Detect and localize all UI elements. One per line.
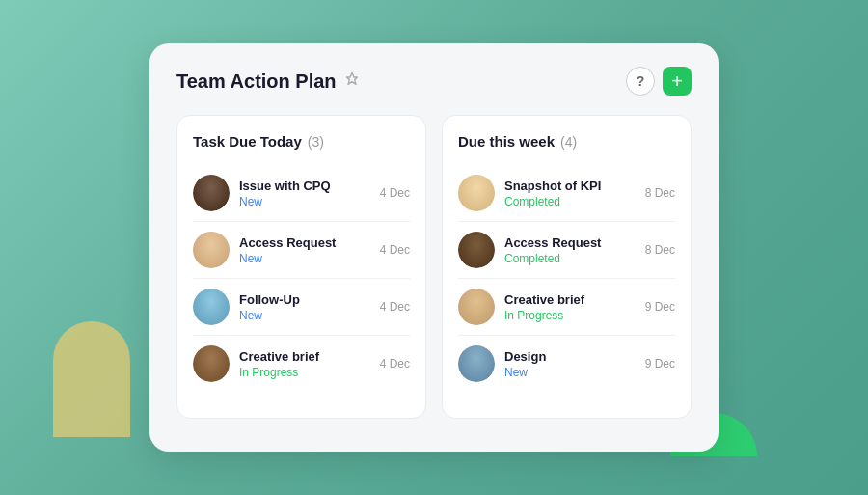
deco-m-shape xyxy=(53,321,130,437)
task-status: New xyxy=(504,366,636,379)
task-info: Follow-Up New xyxy=(239,292,370,322)
task-status: Completed xyxy=(504,195,636,208)
table-row: Access Request Completed 8 Dec xyxy=(458,222,675,279)
avatar xyxy=(458,345,495,382)
task-date: 4 Dec xyxy=(380,300,410,314)
card-header-right: ? + xyxy=(626,67,692,96)
help-button[interactable]: ? xyxy=(626,67,655,96)
add-button[interactable]: + xyxy=(663,67,692,96)
column-title-week: Due this week xyxy=(458,133,555,150)
task-info: Design New xyxy=(504,349,636,379)
avatar xyxy=(193,289,230,325)
card-title: Team Action Plan xyxy=(176,70,337,93)
task-status: In Progress xyxy=(239,366,370,379)
task-date: 8 Dec xyxy=(645,186,675,200)
task-list-week: Snapshot of KPI Completed 8 Dec Access R… xyxy=(458,165,675,392)
column-week: Due this week (4) Snapshot of KPI Comple… xyxy=(442,115,692,419)
task-date: 4 Dec xyxy=(380,357,410,371)
task-info: Creative brief In Progress xyxy=(239,349,370,379)
task-list-today: Issue with CPQ New 4 Dec Access Request … xyxy=(193,165,410,392)
table-row: Access Request New 4 Dec xyxy=(193,222,410,279)
task-name: Design xyxy=(504,349,636,364)
task-date: 4 Dec xyxy=(380,186,410,200)
task-info: Access Request New xyxy=(239,235,370,265)
task-date: 9 Dec xyxy=(645,300,675,314)
table-row: Snapshot of KPI Completed 8 Dec xyxy=(458,165,675,222)
task-info: Snapshot of KPI Completed xyxy=(504,179,636,208)
task-name: Access Request xyxy=(504,235,636,250)
avatar xyxy=(458,175,495,211)
avatar xyxy=(458,232,495,268)
task-status: Completed xyxy=(504,252,636,265)
column-header-week: Due this week (4) xyxy=(458,133,675,150)
avatar xyxy=(193,232,230,268)
avatar xyxy=(193,175,230,211)
table-row: Design New 9 Dec xyxy=(458,336,675,392)
task-info: Issue with CPQ New xyxy=(239,179,370,208)
column-count-week: (4) xyxy=(560,134,577,150)
column-title-today: Task Due Today xyxy=(193,133,302,150)
task-date: 4 Dec xyxy=(380,243,410,257)
pin-icon[interactable] xyxy=(344,71,360,91)
column-header-today: Task Due Today (3) xyxy=(193,133,410,150)
task-status: New xyxy=(239,252,370,265)
main-card: Team Action Plan ? + Task Due Today (3) xyxy=(149,43,719,452)
task-status: New xyxy=(239,195,370,208)
task-name: Snapshot of KPI xyxy=(504,179,636,193)
column-count-today: (3) xyxy=(308,134,324,150)
task-status: New xyxy=(239,309,370,322)
columns-container: Task Due Today (3) Issue with CPQ New 4 … xyxy=(176,115,692,419)
card-header-left: Team Action Plan xyxy=(176,70,360,93)
table-row: Creative brief In Progress 9 Dec xyxy=(458,279,675,336)
task-name: Creative brief xyxy=(239,349,370,364)
task-date: 8 Dec xyxy=(645,243,675,257)
avatar xyxy=(193,345,230,382)
task-status: In Progress xyxy=(504,309,636,322)
task-name: Issue with CPQ xyxy=(239,179,370,193)
task-name: Creative brief xyxy=(504,292,636,307)
task-name: Access Request xyxy=(239,235,370,250)
card-header: Team Action Plan ? + xyxy=(176,67,692,96)
task-date: 9 Dec xyxy=(645,357,675,371)
task-info: Creative brief In Progress xyxy=(504,292,636,322)
avatar xyxy=(458,289,495,325)
table-row: Creative brief In Progress 4 Dec xyxy=(193,336,410,392)
task-info: Access Request Completed xyxy=(504,235,636,265)
task-name: Follow-Up xyxy=(239,292,370,307)
table-row: Issue with CPQ New 4 Dec xyxy=(193,165,410,222)
column-today: Task Due Today (3) Issue with CPQ New 4 … xyxy=(176,115,426,419)
table-row: Follow-Up New 4 Dec xyxy=(193,279,410,336)
